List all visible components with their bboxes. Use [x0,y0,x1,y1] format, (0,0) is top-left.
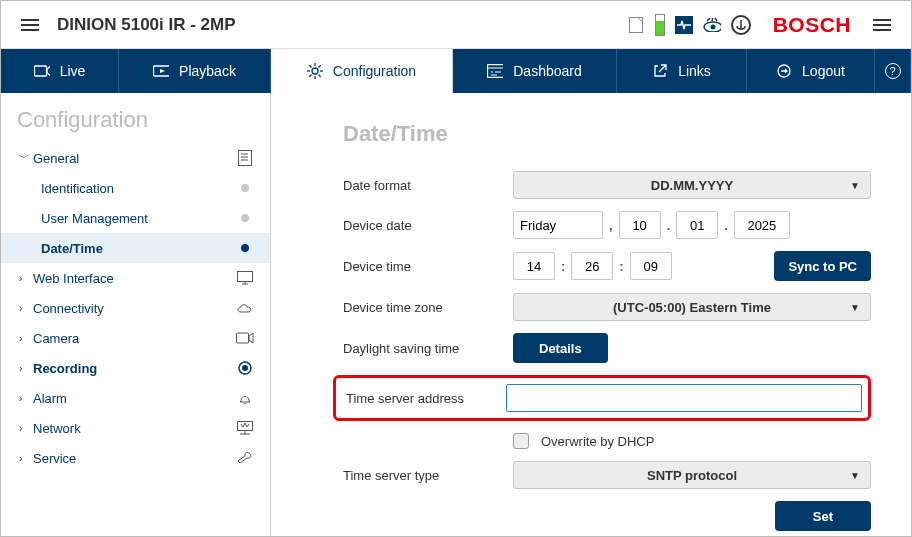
chevron-right-icon: › [19,453,33,464]
sidebar-item-user-management[interactable]: User Management [1,203,270,233]
label-device-date: Device date [343,218,513,233]
tab-configuration[interactable]: Configuration [271,49,453,93]
row-time-server-address: Time server address [333,375,871,421]
external-link-icon [652,63,668,79]
main: Configuration ﹀ General Identification U… [1,93,911,536]
svg-line-11 [309,65,311,67]
svg-point-30 [242,365,248,371]
input-day[interactable] [619,211,661,239]
sidebar-item-camera[interactable]: › Camera [1,323,270,353]
tab-dashboard[interactable]: Dashboard [453,49,617,93]
nav-tabs: Live Playback Configuration Dashboard Li… [1,49,911,93]
label-time-server-address: Time server address [346,391,506,406]
sidebar-item-alarm[interactable]: › Alarm [1,383,270,413]
pulse-icon[interactable] [675,16,693,34]
tab-live-label: Live [60,63,86,79]
select-time-server-type[interactable]: SNTP protocol ▼ [513,461,871,489]
content: Date/Time Date format DD.MM.YYYY ▼ Devic… [271,93,911,536]
tab-logout-label: Logout [802,63,845,79]
header: DINION 5100i IR - 2MP BOSCH [1,1,911,49]
chevron-right-icon: › [19,333,33,344]
status-icons: BOSCH [627,13,891,37]
sidebar: Configuration ﹀ General Identification U… [1,93,271,536]
anchor-icon[interactable] [731,15,751,35]
device-name: DINION 5100i IR - 2MP [57,15,627,35]
select-time-zone[interactable]: (UTC-05:00) Eastern Time ▼ [513,293,871,321]
status-dot-icon [232,244,258,252]
sidebar-item-network[interactable]: › Network [1,413,270,443]
row-time-zone: Device time zone (UTC-05:00) Eastern Tim… [343,293,871,321]
brand-logo: BOSCH [773,13,851,37]
set-button[interactable]: Set [775,501,871,531]
sync-to-pc-button[interactable]: Sync to PC [774,251,871,281]
sidebar-item-general[interactable]: ﹀ General [1,143,270,173]
sidebar-item-web-interface[interactable]: › Web Interface [1,263,270,293]
checkbox-overwrite-dhcp[interactable] [513,433,529,449]
tab-playback-label: Playback [179,63,236,79]
dashboard-icon [487,63,503,79]
svg-rect-21 [239,151,252,166]
row-device-date: Device date , . . [343,211,871,239]
sidebar-item-identification[interactable]: Identification [1,173,270,203]
wrench-icon [232,451,258,465]
label-date-format: Date format [343,178,513,193]
input-time-server-address[interactable] [506,384,862,412]
label-time-zone: Device time zone [343,300,513,315]
svg-line-14 [318,65,320,67]
input-month[interactable] [676,211,718,239]
row-time-server-type: Time server type SNTP protocol ▼ [343,461,871,489]
live-icon [34,63,50,79]
sidebar-item-date-time[interactable]: Date/Time [1,233,270,263]
tab-playback[interactable]: Playback [119,49,271,93]
caret-down-icon: ▼ [850,302,860,313]
svg-line-12 [318,75,320,77]
svg-rect-25 [238,272,253,282]
svg-point-6 [312,68,318,74]
tab-configuration-label: Configuration [333,63,416,79]
cloud-icon [232,302,258,314]
tab-dashboard-label: Dashboard [513,63,582,79]
chevron-down-icon: ﹀ [19,151,33,165]
tab-live[interactable]: Live [1,49,119,93]
network-icon [232,421,258,435]
status-dot-icon [232,184,258,192]
status-dot-icon [232,214,258,222]
dst-details-button[interactable]: Details [513,333,608,363]
input-minute[interactable] [571,252,613,280]
caret-down-icon: ▼ [850,180,860,191]
row-date-format: Date format DD.MM.YYYY ▼ [343,171,871,199]
chevron-right-icon: › [19,273,33,284]
input-weekday[interactable] [513,211,603,239]
gear-icon [307,63,323,79]
sidebar-item-connectivity[interactable]: › Connectivity [1,293,270,323]
label-dst: Daylight saving time [343,341,513,356]
input-hour[interactable] [513,252,555,280]
note-icon [232,150,258,166]
tab-links-label: Links [678,63,711,79]
sidebar-item-recording[interactable]: › Recording [1,353,270,383]
label-time-server-type: Time server type [343,468,513,483]
menu-icon[interactable] [21,19,39,31]
input-year[interactable] [734,211,790,239]
svg-line-13 [309,75,311,77]
input-second[interactable] [630,252,672,280]
row-device-time: Device time : : Sync to PC [343,251,871,281]
separator: . [724,218,728,233]
playback-icon [153,63,169,79]
camera-icon [232,332,258,344]
card-icon[interactable] [627,16,645,34]
label-overwrite-dhcp: Overwrite by DHCP [541,434,654,449]
help-icon: ? [885,63,901,79]
signal-icon[interactable] [655,14,665,36]
tab-help[interactable]: ? [875,49,911,93]
row-dst: Daylight saving time Details [343,333,871,363]
tab-links[interactable]: Links [617,49,747,93]
label-device-time: Device time [343,259,513,274]
eye-icon[interactable] [703,16,721,34]
menu-right-icon[interactable] [873,19,891,31]
sidebar-item-service[interactable]: › Service [1,443,270,473]
select-date-format[interactable]: DD.MM.YYYY ▼ [513,171,871,199]
chevron-right-icon: › [19,303,33,314]
tab-logout[interactable]: Logout [747,49,875,93]
svg-point-3 [740,20,742,22]
